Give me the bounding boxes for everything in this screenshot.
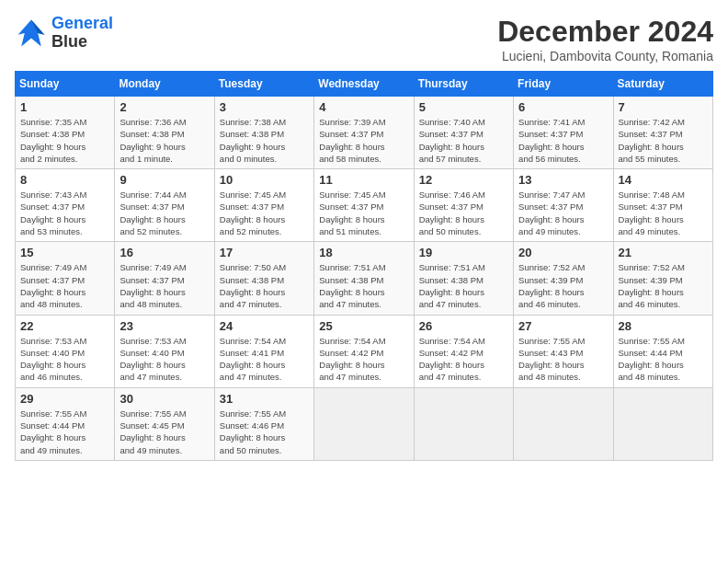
- calendar-cell: 2Sunrise: 7:36 AM Sunset: 4:38 PM Daylig…: [115, 97, 214, 169]
- calendar-cell: 16Sunrise: 7:49 AM Sunset: 4:37 PM Dayli…: [115, 242, 214, 315]
- day-number: 2: [119, 100, 209, 114]
- calendar-cell: 8Sunrise: 7:43 AM Sunset: 4:37 PM Daylig…: [16, 169, 115, 242]
- day-number: 28: [619, 319, 708, 333]
- day-number: 1: [20, 100, 109, 114]
- calendar-cell: 26Sunrise: 7:54 AM Sunset: 4:42 PM Dayli…: [414, 315, 513, 387]
- day-number: 7: [619, 100, 708, 114]
- calendar-cell: [314, 387, 414, 460]
- calendar-cell: 12Sunrise: 7:46 AM Sunset: 4:37 PM Dayli…: [414, 169, 513, 242]
- calendar-subtitle: Lucieni, Dambovita County, Romania: [497, 49, 713, 63]
- day-number: 25: [319, 319, 408, 333]
- day-info: Sunrise: 7:42 AM Sunset: 4:37 PM Dayligh…: [619, 116, 708, 165]
- day-number: 23: [119, 319, 209, 333]
- calendar-cell: 29Sunrise: 7:55 AM Sunset: 4:44 PM Dayli…: [16, 387, 115, 460]
- calendar-cell: 5Sunrise: 7:40 AM Sunset: 4:37 PM Daylig…: [414, 97, 513, 169]
- calendar-cell: 20Sunrise: 7:52 AM Sunset: 4:39 PM Dayli…: [514, 242, 613, 315]
- calendar-cell: 11Sunrise: 7:45 AM Sunset: 4:37 PM Dayli…: [314, 169, 414, 242]
- day-number: 20: [518, 246, 608, 259]
- day-number: 6: [518, 100, 608, 114]
- column-header-saturday: Saturday: [613, 72, 712, 97]
- calendar-cell: 27Sunrise: 7:55 AM Sunset: 4:43 PM Dayli…: [514, 315, 613, 387]
- calendar-cell: 25Sunrise: 7:54 AM Sunset: 4:42 PM Dayli…: [314, 315, 414, 387]
- day-info: Sunrise: 7:41 AM Sunset: 4:37 PM Dayligh…: [518, 116, 608, 165]
- day-number: 4: [319, 100, 408, 114]
- calendar-table: SundayMondayTuesdayWednesdayThursdayFrid…: [15, 71, 713, 461]
- day-info: Sunrise: 7:53 AM Sunset: 4:40 PM Dayligh…: [119, 335, 209, 384]
- day-info: Sunrise: 7:55 AM Sunset: 4:46 PM Dayligh…: [220, 408, 309, 456]
- calendar-cell: 22Sunrise: 7:53 AM Sunset: 4:40 PM Dayli…: [16, 315, 115, 387]
- calendar-header-row: SundayMondayTuesdayWednesdayThursdayFrid…: [16, 72, 713, 97]
- calendar-cell: 19Sunrise: 7:51 AM Sunset: 4:38 PM Dayli…: [414, 242, 513, 315]
- calendar-cell: 10Sunrise: 7:45 AM Sunset: 4:37 PM Dayli…: [214, 169, 313, 242]
- day-info: Sunrise: 7:53 AM Sunset: 4:40 PM Dayligh…: [20, 335, 109, 384]
- calendar-title: December 2024: [497, 15, 713, 49]
- day-info: Sunrise: 7:55 AM Sunset: 4:43 PM Dayligh…: [518, 335, 608, 384]
- day-info: Sunrise: 7:44 AM Sunset: 4:37 PM Dayligh…: [119, 189, 209, 237]
- day-number: 29: [20, 392, 109, 406]
- day-number: 30: [119, 392, 209, 406]
- logo-icon: [15, 17, 48, 50]
- title-block: December 2024 Lucieni, Dambovita County,…: [497, 15, 713, 63]
- day-info: Sunrise: 7:50 AM Sunset: 4:38 PM Dayligh…: [220, 261, 309, 310]
- day-info: Sunrise: 7:52 AM Sunset: 4:39 PM Dayligh…: [518, 261, 608, 310]
- column-header-monday: Monday: [115, 72, 214, 97]
- day-info: Sunrise: 7:45 AM Sunset: 4:37 PM Dayligh…: [220, 189, 309, 237]
- day-number: 31: [220, 392, 309, 406]
- day-info: Sunrise: 7:55 AM Sunset: 4:44 PM Dayligh…: [20, 408, 109, 456]
- day-number: 10: [220, 173, 309, 187]
- day-info: Sunrise: 7:39 AM Sunset: 4:37 PM Dayligh…: [319, 116, 408, 165]
- calendar-cell: 18Sunrise: 7:51 AM Sunset: 4:38 PM Dayli…: [314, 242, 414, 315]
- calendar-cell: [613, 387, 712, 460]
- calendar-cell: 24Sunrise: 7:54 AM Sunset: 4:41 PM Dayli…: [214, 315, 313, 387]
- calendar-cell: 14Sunrise: 7:48 AM Sunset: 4:37 PM Dayli…: [613, 169, 712, 242]
- day-number: 21: [619, 246, 708, 259]
- calendar-cell: 17Sunrise: 7:50 AM Sunset: 4:38 PM Dayli…: [214, 242, 313, 315]
- day-number: 5: [419, 100, 508, 114]
- day-info: Sunrise: 7:54 AM Sunset: 4:42 PM Dayligh…: [319, 335, 408, 384]
- day-info: Sunrise: 7:54 AM Sunset: 4:42 PM Dayligh…: [419, 335, 508, 384]
- column-header-friday: Friday: [514, 72, 613, 97]
- day-info: Sunrise: 7:47 AM Sunset: 4:37 PM Dayligh…: [518, 189, 608, 237]
- day-number: 15: [20, 246, 109, 259]
- calendar-cell: [514, 387, 613, 460]
- day-info: Sunrise: 7:38 AM Sunset: 4:38 PM Dayligh…: [220, 116, 309, 165]
- day-number: 18: [319, 246, 408, 259]
- day-info: Sunrise: 7:46 AM Sunset: 4:37 PM Dayligh…: [419, 189, 508, 237]
- calendar-week-3: 15Sunrise: 7:49 AM Sunset: 4:37 PM Dayli…: [16, 242, 713, 315]
- day-info: Sunrise: 7:36 AM Sunset: 4:38 PM Dayligh…: [119, 116, 209, 165]
- day-number: 16: [119, 246, 209, 259]
- calendar-cell: 30Sunrise: 7:55 AM Sunset: 4:45 PM Dayli…: [115, 387, 214, 460]
- calendar-week-1: 1Sunrise: 7:35 AM Sunset: 4:38 PM Daylig…: [16, 97, 713, 169]
- day-number: 13: [518, 173, 608, 187]
- day-number: 24: [220, 319, 309, 333]
- day-number: 17: [220, 246, 309, 259]
- day-number: 11: [319, 173, 408, 187]
- calendar-cell: [414, 387, 513, 460]
- day-info: Sunrise: 7:43 AM Sunset: 4:37 PM Dayligh…: [20, 189, 109, 237]
- day-info: Sunrise: 7:51 AM Sunset: 4:38 PM Dayligh…: [319, 261, 408, 310]
- day-number: 27: [518, 319, 608, 333]
- calendar-week-5: 29Sunrise: 7:55 AM Sunset: 4:44 PM Dayli…: [16, 387, 713, 460]
- calendar-cell: 9Sunrise: 7:44 AM Sunset: 4:37 PM Daylig…: [115, 169, 214, 242]
- day-number: 14: [619, 173, 708, 187]
- day-info: Sunrise: 7:49 AM Sunset: 4:37 PM Dayligh…: [119, 261, 209, 310]
- logo: General Blue: [15, 15, 113, 52]
- day-number: 12: [419, 173, 508, 187]
- page-header: General Blue December 2024 Lucieni, Damb…: [15, 15, 713, 63]
- day-number: 26: [419, 319, 508, 333]
- column-header-tuesday: Tuesday: [214, 72, 313, 97]
- logo-text: General Blue: [51, 15, 113, 52]
- day-number: 3: [220, 100, 309, 114]
- calendar-week-4: 22Sunrise: 7:53 AM Sunset: 4:40 PM Dayli…: [16, 315, 713, 387]
- column-header-wednesday: Wednesday: [314, 72, 414, 97]
- calendar-cell: 6Sunrise: 7:41 AM Sunset: 4:37 PM Daylig…: [514, 97, 613, 169]
- calendar-cell: 28Sunrise: 7:55 AM Sunset: 4:44 PM Dayli…: [613, 315, 712, 387]
- day-info: Sunrise: 7:52 AM Sunset: 4:39 PM Dayligh…: [619, 261, 708, 310]
- day-number: 9: [119, 173, 209, 187]
- day-info: Sunrise: 7:49 AM Sunset: 4:37 PM Dayligh…: [20, 261, 109, 310]
- day-number: 8: [20, 173, 109, 187]
- day-info: Sunrise: 7:35 AM Sunset: 4:38 PM Dayligh…: [20, 116, 109, 165]
- day-info: Sunrise: 7:45 AM Sunset: 4:37 PM Dayligh…: [319, 189, 408, 237]
- day-number: 19: [419, 246, 508, 259]
- calendar-cell: 23Sunrise: 7:53 AM Sunset: 4:40 PM Dayli…: [115, 315, 214, 387]
